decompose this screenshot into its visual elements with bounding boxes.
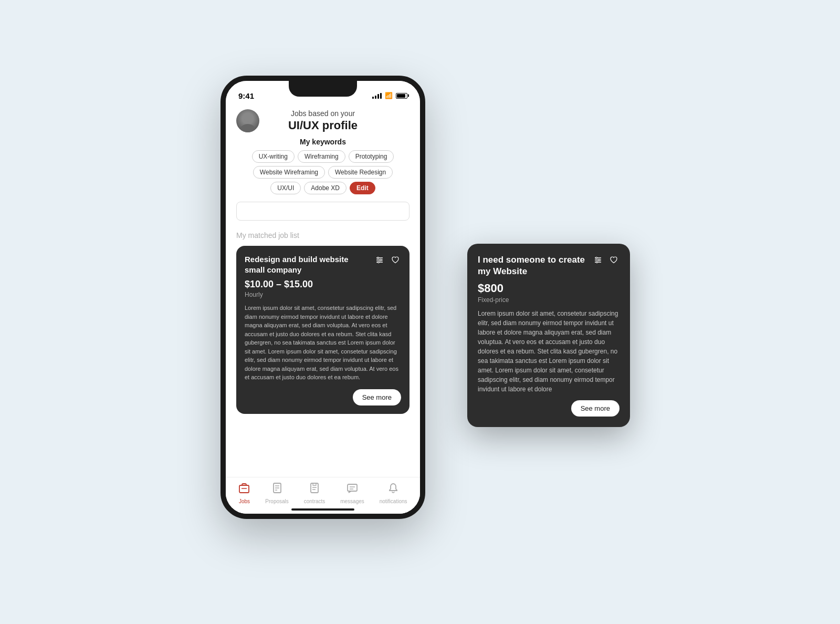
phone-frame: 9:41 📶 <box>220 76 425 519</box>
search-wrapper: 🔍 <box>236 202 410 226</box>
svg-rect-14 <box>311 483 318 493</box>
svg-rect-17 <box>348 484 357 491</box>
floating-card-header: I need someone to create my Website <box>478 254 620 277</box>
phone-inner: 9:41 📶 <box>226 81 420 514</box>
nav-label-contracts: contracts <box>304 498 326 504</box>
svg-point-7 <box>378 262 380 263</box>
phone-notch <box>289 81 357 97</box>
tag-ux-writing[interactable]: UX-writing <box>252 150 295 163</box>
proposals-icon <box>271 482 283 497</box>
svg-rect-8 <box>239 485 249 493</box>
job-card-1-title: Redesign and build website small company <box>245 254 374 275</box>
status-icons: 📶 <box>372 92 407 99</box>
job-card-1-header: Redesign and build website small company <box>245 254 401 275</box>
avatar[interactable] <box>236 109 259 132</box>
header-main-title: UI/UX profile <box>259 119 386 132</box>
job-card-1-desc: Lorem ipsum dolor sit amet, consetetur s… <box>245 304 401 382</box>
tag-ux-ui[interactable]: UX/UI <box>270 182 301 194</box>
home-indicator <box>291 508 354 511</box>
job-card-1-actions <box>374 254 401 266</box>
floating-job-card: I need someone to create my Website <box>467 244 630 427</box>
keywords-tags: UX-writing Wireframing Prototyping Websi… <box>236 150 410 194</box>
signal-icon <box>372 93 382 99</box>
nav-item-proposals[interactable]: Proposals <box>265 482 288 504</box>
nav-item-jobs[interactable]: Jobs <box>238 482 250 504</box>
phone-content: Jobs based on your UI/UX profile My keyw… <box>226 104 420 477</box>
tag-prototyping[interactable]: Prototyping <box>349 150 394 163</box>
scene: 9:41 📶 <box>220 76 620 548</box>
nav-label-jobs: Jobs <box>239 498 250 504</box>
nav-item-notifications[interactable]: notifications <box>380 482 407 504</box>
battery-icon <box>396 93 407 99</box>
floating-heart-icon[interactable] <box>608 254 620 266</box>
jobs-icon <box>238 482 250 497</box>
avatar-image <box>236 109 259 132</box>
nav-label-notifications: notifications <box>380 498 407 504</box>
job-card-1: Redesign and build website small company <box>236 246 410 414</box>
wifi-icon: 📶 <box>385 92 393 99</box>
svg-point-25 <box>596 262 598 263</box>
floating-card-desc: Lorem ipsum dolor sit amet, consetetur s… <box>478 309 620 393</box>
see-more-btn-2[interactable]: See more <box>571 400 620 417</box>
keywords-section: My keywords UX-writing Wireframing Proto… <box>236 138 410 194</box>
status-time: 9:41 <box>238 91 254 100</box>
svg-point-23 <box>596 257 597 259</box>
see-more-btn-1[interactable]: See more <box>353 389 401 405</box>
heart-icon[interactable] <box>390 254 401 266</box>
header-title-block: Jobs based on your UI/UX profile <box>259 109 386 132</box>
search-input[interactable] <box>236 202 410 221</box>
matched-title: My matched job list <box>236 231 410 240</box>
svg-point-5 <box>377 257 379 259</box>
floating-card-price: $800 <box>478 282 620 295</box>
job-card-1-type: Hourly <box>245 291 401 298</box>
tag-website-redesign[interactable]: Website Redesign <box>328 166 393 179</box>
floating-card-title: I need someone to create my Website <box>478 254 592 277</box>
tag-adobe-xd[interactable]: Adobe XD <box>304 182 346 194</box>
job-card-1-price: $10.00 – $15.00 <box>245 279 401 290</box>
tag-website-wireframing[interactable]: Website Wireframing <box>253 166 325 179</box>
floating-filter-icon[interactable] <box>592 254 604 266</box>
messages-icon <box>346 482 358 497</box>
header-subtitle: Jobs based on your <box>259 109 386 118</box>
nav-item-messages[interactable]: messages <box>340 482 364 504</box>
svg-point-0 <box>244 113 252 122</box>
nav-label-proposals: Proposals <box>265 498 288 504</box>
filter-icon[interactable] <box>374 254 385 266</box>
nav-label-messages: messages <box>340 498 364 504</box>
tag-wireframing[interactable]: Wireframing <box>298 150 345 163</box>
keywords-title: My keywords <box>236 138 410 146</box>
notifications-icon <box>387 482 399 497</box>
edit-button[interactable]: Edit <box>350 182 375 194</box>
phone-header: Jobs based on your UI/UX profile <box>236 104 410 132</box>
svg-point-24 <box>598 259 600 261</box>
contracts-icon <box>309 482 320 497</box>
svg-point-6 <box>380 259 382 261</box>
svg-point-1 <box>240 124 255 132</box>
floating-card-actions <box>592 254 620 266</box>
floating-card-type: Fixed-price <box>478 296 620 304</box>
nav-item-contracts[interactable]: contracts <box>304 482 326 504</box>
